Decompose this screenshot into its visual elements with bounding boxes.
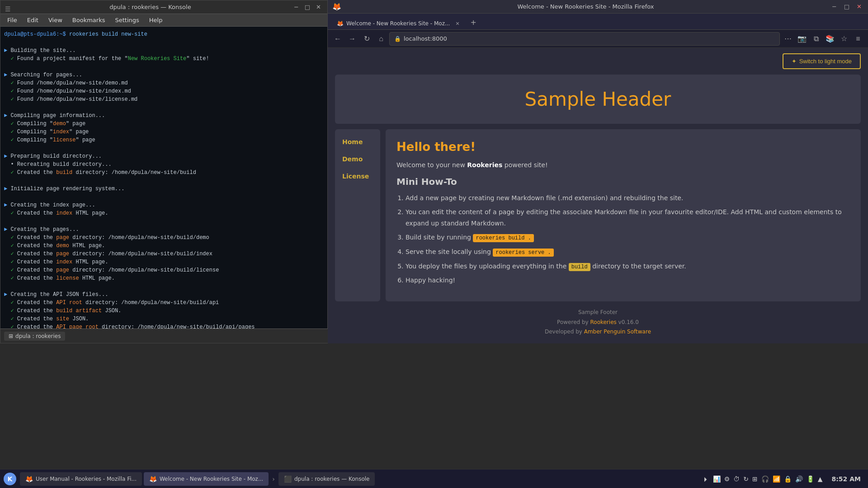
- menu-view[interactable]: View: [44, 15, 67, 25]
- menu-bookmarks[interactable]: Bookmarks: [68, 15, 110, 25]
- back-button[interactable]: ←: [331, 33, 344, 45]
- howto-list: Add a new page by creating new Markdown …: [406, 192, 850, 286]
- tab-groups-button[interactable]: 📚: [824, 33, 836, 45]
- firefox-tab-1[interactable]: 🦊 Welcome - New Rookeries Site - Moz... …: [331, 18, 465, 29]
- footer-aps-link[interactable]: Amber Penguin Software: [584, 328, 651, 335]
- bookmark-button[interactable]: ☆: [838, 33, 850, 45]
- menu-settings[interactable]: Settings: [110, 15, 143, 25]
- code-serve: rookeries serve .: [493, 249, 553, 257]
- firefox-navbar: ← → ↻ ⌂ 🔒 localhost:8000 ⋯ 📷 ⧉ 📚 ☆ ≡: [328, 30, 868, 48]
- terminal-titlebar: ☰ dpula : rookeries — Konsole − □ ✕: [0, 0, 327, 14]
- kde-logo-icon: K: [8, 475, 13, 483]
- footer-line2: Powered by Rookeries v0.16.0: [334, 318, 862, 328]
- term-line: [4, 193, 324, 201]
- taskbar-firefox1-icon: 🦊: [25, 475, 33, 483]
- term-line: ► Creating the API JSON files...: [4, 291, 324, 299]
- expand-icon[interactable]: ▲: [818, 475, 823, 483]
- site-container: ✦ Switch to light mode Sample Header Hom…: [328, 48, 868, 343]
- light-mode-button[interactable]: ✦ Switch to light mode: [783, 53, 861, 69]
- firefox-window-controls[interactable]: − □ ✕: [830, 3, 863, 10]
- taskbar-btn-firefox1[interactable]: 🦊 User Manual - Rookeries - Mozilla Fi..…: [20, 472, 142, 486]
- taskbar-konsole-icon: ⬛: [284, 475, 292, 483]
- term-line: ► Initialize page rendering system...: [4, 185, 324, 193]
- site-header-title: Sample Header: [349, 88, 847, 110]
- more-button[interactable]: ≡: [852, 33, 864, 45]
- refresh-icon[interactable]: ↻: [743, 475, 749, 483]
- forward-button[interactable]: →: [346, 33, 359, 45]
- footer-line1: Sample Footer: [334, 308, 862, 318]
- term-line: ✓ Created the demo HTML page.: [4, 242, 324, 250]
- firefox-logo-area: 🦊: [332, 2, 341, 11]
- code-build: rookeries build .: [473, 234, 533, 242]
- terminal-minimize-btn[interactable]: −: [292, 4, 301, 10]
- screenshot-button[interactable]: 📷: [796, 33, 808, 45]
- taskbar-arrow[interactable]: ›: [270, 475, 277, 483]
- menu-help[interactable]: Help: [145, 15, 167, 25]
- term-line: ✓ Found a project manifest for the "New …: [4, 55, 324, 63]
- term-line: [4, 217, 324, 225]
- home-button[interactable]: ⌂: [375, 33, 387, 45]
- sidebar-nav-license[interactable]: License: [335, 168, 380, 184]
- howto-title: Mini How-To: [396, 176, 850, 187]
- terminal-body[interactable]: dpula@pts-dpula6:~$ rookeries build new-…: [0, 27, 327, 343]
- terminal-tab-icon: ⊞: [9, 333, 13, 339]
- volume-icon[interactable]: 🔊: [795, 475, 803, 483]
- url-bar[interactable]: 🔒 localhost:8000: [389, 32, 780, 46]
- media-play-icon[interactable]: ⏵: [703, 475, 709, 483]
- firefox-tabbar: 🦊 Welcome - New Rookeries Site - Moz... …: [328, 14, 868, 30]
- term-line: ► Building the site...: [4, 47, 324, 55]
- system-taskbar: K 🦊 User Manual - Rookeries - Mozilla Fi…: [0, 469, 868, 488]
- term-line: ► Creating the index page...: [4, 201, 324, 209]
- menu-edit[interactable]: Edit: [23, 15, 43, 25]
- term-line: ► Compiling page information...: [4, 112, 324, 120]
- firefox-window: 🦊 Welcome - New Rookeries Site - Mozilla…: [328, 0, 868, 343]
- firefox-tab1-close[interactable]: ✕: [455, 21, 459, 27]
- settings-icon[interactable]: ⚙: [724, 475, 730, 483]
- taskbar-btn-konsole[interactable]: ⬛ dpula : rookeries — Konsole: [278, 472, 375, 486]
- term-line: ✓ Compiling "license" page: [4, 136, 324, 144]
- terminal-maximize-btn[interactable]: □: [303, 4, 312, 10]
- menu-file[interactable]: File: [3, 15, 22, 25]
- terminal-taskbar: ⊞ dpula : rookeries: [0, 328, 328, 343]
- system-logo[interactable]: K: [4, 473, 16, 485]
- taskbar-konsole-label: dpula : rookeries — Konsole: [294, 476, 370, 482]
- terminal-title: dpula : rookeries — Konsole: [9, 4, 292, 10]
- brand-name: Rookeries: [467, 161, 502, 169]
- firefox-maximize-btn[interactable]: □: [842, 3, 851, 10]
- firefox-minimize-btn[interactable]: −: [830, 3, 839, 10]
- reload-button[interactable]: ↻: [360, 33, 373, 45]
- term-line: ✓ Created the page directory: /home/dpul…: [4, 234, 324, 242]
- term-line: [4, 63, 324, 71]
- term-line: ► Creating the pages...: [4, 225, 324, 234]
- taskbar-btn-firefox2[interactable]: 🦊 Welcome - New Rookeries Site - Moz...: [144, 472, 269, 486]
- taskbar-firefox1-label: User Manual - Rookeries - Mozilla Fi...: [36, 476, 137, 482]
- firefox-close-btn[interactable]: ✕: [855, 3, 863, 10]
- site-body: Home Demo License Hello there! Welcome t…: [328, 129, 868, 301]
- list-item: You can edit the content of a page by ed…: [406, 206, 850, 229]
- terminal-tab[interactable]: ⊞ dpula : rookeries: [4, 332, 65, 341]
- footer-rookeries-link[interactable]: Rookeries: [590, 319, 616, 325]
- terminal-window: ☰ dpula : rookeries — Konsole − □ ✕ File…: [0, 0, 328, 343]
- terminal-close-btn[interactable]: ✕: [314, 4, 323, 10]
- term-line: ✓ Found /home/dpula/new-site/license.md: [4, 95, 324, 103]
- sidebar-nav-home[interactable]: Home: [335, 134, 380, 150]
- pip-button[interactable]: ⧉: [810, 33, 822, 45]
- sidebar-nav-demo[interactable]: Demo: [335, 151, 380, 167]
- system-monitor-icon[interactable]: 📊: [713, 475, 721, 483]
- terminal-menubar: File Edit View Bookmarks Settings Help: [0, 14, 327, 27]
- term-line: ✓ Created the build artifact JSON.: [4, 307, 324, 315]
- lock-icon: 🔒: [394, 36, 401, 42]
- extensions-button[interactable]: ⋯: [782, 33, 794, 45]
- lock-sys-icon[interactable]: 🔒: [784, 475, 792, 483]
- taskbar-firefox2-icon: 🦊: [149, 475, 157, 483]
- firefox-logo-icon: 🦊: [332, 2, 341, 11]
- network-icon[interactable]: 📶: [773, 475, 780, 483]
- term-line: [4, 177, 324, 185]
- apps-icon[interactable]: ⊞: [752, 475, 758, 483]
- clock-icon[interactable]: ⏱: [733, 475, 740, 483]
- battery-icon[interactable]: 🔋: [807, 475, 814, 483]
- site-header: Sample Header: [335, 75, 861, 124]
- headphone-icon[interactable]: 🎧: [761, 475, 769, 483]
- new-tab-button[interactable]: +: [466, 15, 481, 29]
- terminal-window-controls[interactable]: − □ ✕: [292, 4, 323, 10]
